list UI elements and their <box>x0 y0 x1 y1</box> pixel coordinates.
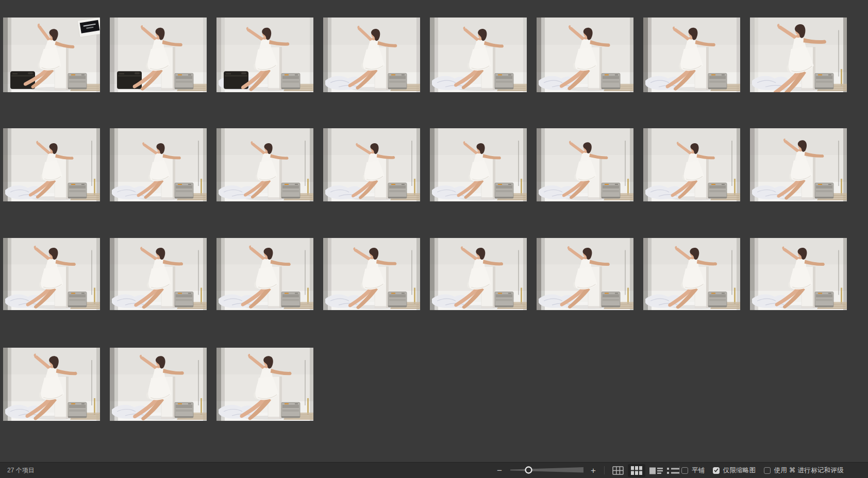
list-view-button[interactable] <box>666 464 680 477</box>
photo-thumbnail[interactable] <box>643 18 740 92</box>
photo-thumbnail[interactable] <box>537 238 633 310</box>
grid-view-button[interactable] <box>628 464 645 477</box>
grid-view-icon <box>631 466 642 475</box>
toolbar-separator <box>604 466 605 474</box>
thumbnails-only-checkbox[interactable]: 仅限缩略图 <box>713 466 756 475</box>
photo-thumbnail[interactable] <box>430 238 527 310</box>
toolbar-separator <box>679 466 680 474</box>
tile-checkbox[interactable]: 平铺 <box>681 466 705 475</box>
photo-thumbnail[interactable] <box>537 128 633 201</box>
photo-thumbnail[interactable] <box>750 18 847 92</box>
checkbox-label: 仅限缩略图 <box>723 466 756 475</box>
table-view-icon <box>612 466 624 475</box>
checkbox-label: 平铺 <box>692 466 705 475</box>
photo-thumbnail[interactable] <box>323 18 420 92</box>
photo-thumbnail[interactable] <box>3 238 100 310</box>
photo-thumbnail[interactable] <box>216 128 313 201</box>
photo-thumbnail[interactable] <box>750 128 847 201</box>
photo-thumbnail[interactable] <box>110 348 207 421</box>
photo-thumbnail[interactable] <box>643 128 740 201</box>
photo-thumbnail[interactable] <box>216 238 313 310</box>
checkmark-icon <box>714 468 719 472</box>
photo-thumbnail[interactable] <box>643 238 740 310</box>
option-checkbox-group: 平铺 仅限缩略图使用 ⌘ 进行标记和评级 <box>681 463 844 478</box>
slider-knob <box>526 467 532 473</box>
zoom-slider[interactable] <box>509 463 586 478</box>
photo-thumbnail[interactable] <box>430 128 527 201</box>
photo-thumbnail[interactable] <box>110 18 207 92</box>
photo-thumbnail[interactable] <box>110 238 207 310</box>
checkbox-label: 使用 ⌘ 进行标记和评级 <box>774 466 844 475</box>
photo-thumbnail[interactable] <box>430 18 527 92</box>
photo-thumbnail[interactable] <box>3 348 100 421</box>
list-view-icon <box>667 467 679 474</box>
content-view-button[interactable] <box>647 464 665 477</box>
item-count-label: 27 个项目 <box>7 466 35 475</box>
zoom-in-button[interactable]: + <box>586 463 601 478</box>
unchecked-checkbox-icon[interactable] <box>764 467 771 474</box>
slider-track <box>510 467 583 473</box>
content-view-icon <box>649 467 663 475</box>
bottom-bar: 27 个项目 − + 平铺 仅限缩略图使用 ⌘ 进行标记和评级 <box>0 462 868 478</box>
photo-thumbnail[interactable] <box>323 238 420 310</box>
cmd-tag-rating-checkbox[interactable]: 使用 ⌘ 进行标记和评级 <box>764 466 844 475</box>
photo-thumbnail[interactable] <box>3 128 100 201</box>
unchecked-checkbox-icon[interactable] <box>681 467 688 474</box>
table-view-button[interactable] <box>610 464 626 477</box>
zoom-out-button[interactable]: − <box>492 463 507 478</box>
checked-checkbox-icon[interactable] <box>713 467 720 474</box>
thumbnail-grid <box>0 0 868 462</box>
photo-thumbnail[interactable] <box>750 238 847 310</box>
photo-thumbnail[interactable] <box>3 18 100 92</box>
photo-thumbnail[interactable] <box>216 18 313 92</box>
photo-thumbnail[interactable] <box>323 128 420 201</box>
photo-thumbnail[interactable] <box>537 18 633 92</box>
photo-thumbnail[interactable] <box>216 348 313 421</box>
photo-thumbnail[interactable] <box>110 128 207 201</box>
